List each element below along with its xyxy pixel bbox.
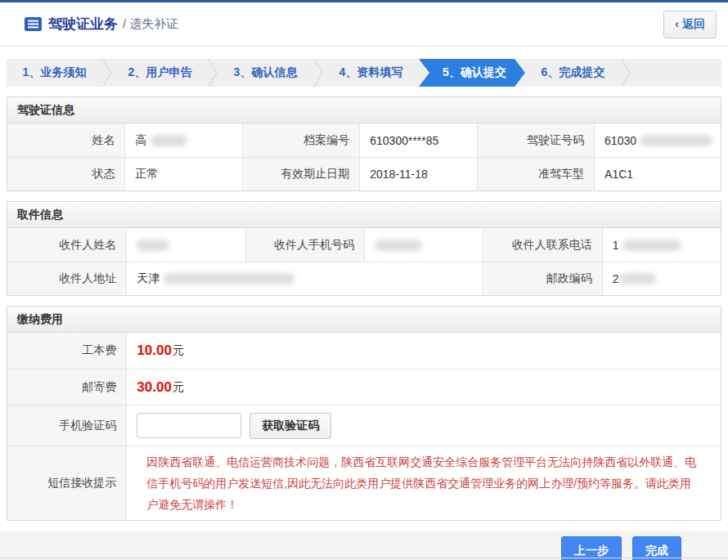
work-fee-label: 工本费 (7, 333, 126, 369)
finish-button[interactable]: 完成 (632, 536, 681, 560)
postage-fee-unit: 元 (173, 380, 184, 395)
sms-code-label: 手机验证码 (7, 405, 126, 446)
step-progress-bar: 1、业务须知 2、用户申告 3、确认信息 4、资料填写 5、确认提交 6、完成提… (7, 59, 721, 87)
step-separator (313, 59, 323, 87)
file-number-label: 档案编号 (242, 123, 359, 157)
name-label: 姓名 (7, 123, 124, 157)
step-4-fill-data: 4、资料填写 (323, 59, 419, 87)
postage-fee-value: 30.00元 (126, 369, 721, 405)
recipient-mobile-value (364, 228, 483, 262)
license-number-label: 驾驶证号码 (477, 123, 594, 157)
step-separator (208, 59, 218, 87)
get-sms-code-button[interactable]: 获取验证码 (249, 413, 331, 439)
chevron-left-icon: ‹ (675, 17, 679, 30)
postal-code-value: 2 (602, 262, 721, 295)
step-separator (621, 59, 631, 87)
footer-action-bar: 上一步 完成 (0, 531, 728, 560)
license-info-section: 驾驶证信息 姓名 高 档案编号 610300****85 驾驶证号码 61030… (7, 96, 721, 191)
expiry-date-label: 有效期止日期 (242, 157, 359, 190)
pickup-section-title: 取件信息 (7, 202, 721, 228)
recipient-phone-value: 1 (602, 228, 721, 262)
step-2-declare: 2、用户申告 (112, 59, 208, 87)
work-fee-value: 10.00元 (126, 333, 721, 369)
vehicle-class-label: 准驾车型 (477, 157, 594, 190)
pickup-info-table: 收件人姓名 收件人手机号码 收件人联系电话 1 收件人地址 天津 邮政编码 2 (7, 228, 721, 295)
bottom-divider (0, 558, 728, 558)
step-separator (102, 59, 112, 87)
vehicle-class-value: A1C1 (594, 157, 721, 190)
sms-notice-cell: 因陕西省联通、电信运营商技术问题，陕西省互联网交通安全综合服务管理平台无法向持陕… (126, 446, 721, 520)
step-5-confirm-submit-active: 5、确认提交 (419, 59, 525, 87)
step-3-confirm-info: 3、确认信息 (218, 59, 313, 87)
breadcrumb-subtitle: / 遗失补证 (123, 16, 178, 32)
postal-code-label: 邮政编码 (483, 262, 601, 295)
redacted-blur (137, 240, 169, 251)
work-fee-amount: 10.00 (137, 343, 172, 359)
license-info-table: 姓名 高 档案编号 610300****85 驾驶证号码 61030 状态 正常… (7, 123, 721, 190)
step-bar-filler (631, 59, 721, 87)
redacted-blur (375, 240, 422, 251)
postage-fee-label: 邮寄费 (7, 369, 126, 405)
status-label: 状态 (7, 157, 124, 190)
back-button[interactable]: ‹返回 (663, 11, 717, 38)
sms-notice-text: 因陕西省联通、电信运营商技术问题，陕西省互联网交通安全综合服务管理平台无法向持陕… (137, 446, 712, 520)
recipient-name-label: 收件人姓名 (7, 228, 126, 262)
back-button-label: 返回 (682, 17, 705, 30)
work-fee-unit: 元 (173, 343, 184, 358)
redacted-blur (622, 240, 681, 251)
recipient-address-label: 收件人地址 (7, 262, 126, 295)
step-1-notice: 1、业务须知 (7, 59, 102, 87)
name-value: 高 (124, 123, 241, 157)
header: 驾驶证业务 / 遗失补证 ‹返回 (0, 2, 728, 47)
list-menu-icon (25, 17, 42, 31)
status-value: 正常 (124, 157, 241, 190)
expiry-date-value: 2018-11-18 (359, 157, 476, 190)
recipient-phone-label: 收件人联系电话 (483, 228, 601, 262)
redacted-blur (164, 273, 294, 284)
page: 驾驶证业务 / 遗失补证 ‹返回 1、业务须知 2、用户申告 3、确认信息 4、… (0, 0, 728, 560)
license-section-title: 驾驶证信息 (7, 97, 721, 123)
recipient-mobile-label: 收件人手机号码 (245, 228, 364, 262)
redacted-blur (620, 273, 656, 284)
sms-notice-label: 短信接收提示 (7, 446, 126, 520)
file-number-value: 610300****85 (359, 123, 476, 157)
redacted-blur (640, 135, 712, 146)
fees-section: 缴纳费用 工本费 10.00元 邮寄费 30.00元 手机验证码 获取验证码 短… (7, 306, 721, 521)
redacted-blur (151, 135, 187, 146)
sms-code-row: 获取验证码 (126, 405, 721, 446)
pickup-info-section: 取件信息 收件人姓名 收件人手机号码 收件人联系电话 1 收件人地址 天津 邮政… (7, 201, 721, 296)
fees-table: 工本费 10.00元 邮寄费 30.00元 手机验证码 获取验证码 短信接收提示… (7, 333, 721, 520)
previous-step-button[interactable]: 上一步 (561, 536, 622, 560)
recipient-address-value: 天津 (126, 262, 483, 295)
fees-section-title: 缴纳费用 (7, 307, 721, 333)
page-title: 驾驶证业务 (48, 15, 118, 34)
step-6-finish: 6、完成提交 (525, 59, 621, 87)
license-number-value: 61030 (594, 123, 721, 157)
sms-code-input[interactable] (137, 413, 241, 438)
postage-fee-amount: 30.00 (137, 379, 172, 396)
recipient-name-value (126, 228, 245, 262)
